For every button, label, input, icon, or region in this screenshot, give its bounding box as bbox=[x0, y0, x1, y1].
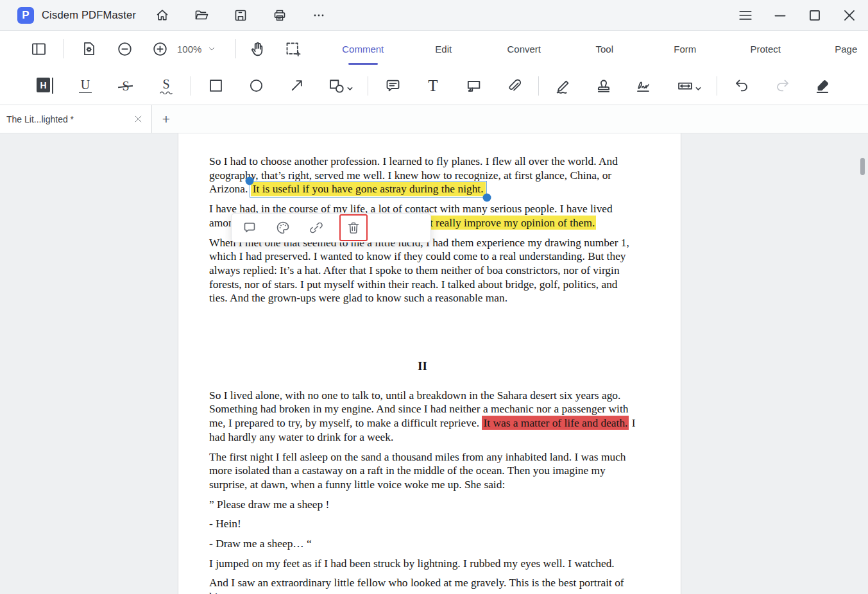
separator bbox=[191, 76, 191, 96]
selected-highlight-annotation[interactable]: It is useful if you have gone astray dur… bbox=[251, 182, 486, 196]
app-logo: P bbox=[17, 7, 34, 24]
ellipsis-icon bbox=[311, 8, 327, 23]
folder-icon bbox=[194, 8, 209, 23]
more-actions-button[interactable] bbox=[308, 4, 330, 26]
selection-handle-bottom-right[interactable] bbox=[482, 194, 491, 202]
popup-link-button[interactable] bbox=[306, 217, 327, 238]
zoom-in-button[interactable] bbox=[150, 39, 169, 58]
tab-page[interactable]: Page bbox=[806, 31, 868, 67]
paperclip-icon bbox=[506, 77, 523, 94]
arrow-tool-button[interactable] bbox=[284, 73, 309, 99]
close-window-button[interactable] bbox=[838, 4, 860, 26]
squiggly-underline-tool-button[interactable]: S bbox=[153, 73, 179, 99]
tab-edit[interactable]: Edit bbox=[404, 31, 484, 67]
redo-icon bbox=[774, 77, 791, 94]
comment-note-tool-button[interactable] bbox=[380, 73, 405, 99]
zoom-level-dropdown[interactable]: 100% bbox=[177, 44, 216, 55]
undo-icon bbox=[733, 77, 751, 94]
app-title: Cisdem PDFMaster bbox=[42, 9, 136, 21]
shapes-icon bbox=[328, 77, 346, 95]
main-toolbar: 100% Comment Edit Convert Tool Form Prot… bbox=[0, 31, 868, 67]
signature-tool-button[interactable] bbox=[631, 73, 657, 99]
page-settings-button[interactable] bbox=[80, 39, 99, 58]
shapes-tool-button[interactable] bbox=[324, 73, 356, 99]
marquee-select-button[interactable] bbox=[283, 39, 302, 58]
app-menu-button[interactable] bbox=[735, 4, 756, 26]
callout-tool-button[interactable] bbox=[461, 73, 486, 99]
tab-convert[interactable]: Convert bbox=[484, 31, 565, 67]
separator bbox=[717, 76, 717, 96]
tab-tool[interactable]: Tool bbox=[565, 31, 645, 67]
quote-line: ” Please draw me a sheep ! bbox=[209, 498, 636, 512]
popup-comment-button[interactable] bbox=[239, 217, 260, 238]
tab-protect[interactable]: Protect bbox=[726, 31, 806, 67]
text-tool-button[interactable]: T bbox=[420, 73, 446, 99]
open-file-button[interactable] bbox=[191, 4, 212, 26]
tab-form[interactable]: Form bbox=[645, 31, 726, 67]
home-icon bbox=[155, 8, 170, 23]
document-tab[interactable]: The Lit...lighted * bbox=[0, 105, 152, 133]
print-button[interactable] bbox=[269, 4, 291, 26]
rectangle-tool-button[interactable] bbox=[203, 73, 228, 99]
stamp-tool-button[interactable] bbox=[591, 73, 617, 99]
close-tab-button[interactable] bbox=[131, 112, 145, 126]
comment-bubble-icon bbox=[242, 220, 257, 235]
pencil-tool-button[interactable] bbox=[550, 73, 576, 99]
highlight-tool-button[interactable]: H bbox=[32, 73, 58, 99]
app-logo-letter: P bbox=[22, 9, 29, 22]
annotation-toolbar: H U S S bbox=[0, 67, 868, 105]
popup-delete-button[interactable] bbox=[343, 217, 364, 238]
printer-icon bbox=[272, 8, 287, 23]
tab-comment[interactable]: Comment bbox=[323, 31, 404, 67]
ellipse-tool-button[interactable] bbox=[243, 73, 269, 99]
palette-icon bbox=[275, 220, 291, 235]
hand-tool-button[interactable] bbox=[248, 39, 267, 58]
paragraph-clipped: And I saw an extraordinary little fellow… bbox=[209, 576, 636, 594]
page-text: So I had to choose another profession. I… bbox=[178, 133, 681, 594]
plus-circle-icon bbox=[151, 40, 169, 58]
home-button[interactable] bbox=[151, 4, 173, 26]
attachment-tool-button[interactable] bbox=[501, 73, 527, 99]
separator bbox=[368, 76, 368, 96]
eraser-button[interactable] bbox=[810, 73, 835, 99]
separator bbox=[64, 39, 64, 58]
save-icon bbox=[233, 8, 248, 23]
popup-delete-highlight-frame bbox=[339, 214, 368, 241]
document-tab-title: The Lit...lighted * bbox=[6, 114, 131, 124]
caret-down-icon bbox=[347, 87, 353, 91]
redo-button[interactable] bbox=[769, 73, 795, 99]
document-viewport: So I had to choose another profession. I… bbox=[0, 133, 868, 594]
red-highlight-annotation[interactable]: It was a matter of life and death. bbox=[482, 416, 629, 430]
zoom-out-button[interactable] bbox=[115, 39, 134, 58]
minimize-button[interactable] bbox=[769, 4, 791, 26]
undo-button[interactable] bbox=[729, 73, 754, 99]
arrow-icon bbox=[288, 77, 305, 94]
sidebar-panel-icon bbox=[30, 40, 47, 58]
circle-icon bbox=[248, 77, 265, 94]
pdf-page: So I had to choose another profession. I… bbox=[178, 133, 681, 594]
close-icon bbox=[841, 7, 858, 24]
page-gear-icon bbox=[81, 40, 98, 57]
zoom-level-value: 100% bbox=[177, 44, 201, 55]
ribbon-tabs: Comment Edit Convert Tool Form Protect P… bbox=[323, 31, 868, 67]
minus-circle-icon bbox=[116, 40, 133, 58]
popup-color-button[interactable] bbox=[273, 217, 293, 238]
pencil-icon bbox=[554, 77, 572, 95]
measure-tool-button[interactable] bbox=[672, 73, 705, 99]
paragraph: When I met one that seemed to me a littl… bbox=[209, 236, 636, 306]
vertical-scrollbar-thumb[interactable] bbox=[860, 158, 865, 175]
new-tab-button[interactable]: + bbox=[157, 105, 176, 133]
document-tab-strip: The Lit...lighted * + bbox=[0, 105, 868, 133]
maximize-button[interactable] bbox=[804, 4, 826, 26]
text-icon: T bbox=[428, 78, 438, 94]
save-button[interactable] bbox=[230, 4, 251, 26]
separator bbox=[235, 39, 236, 58]
sidebar-toggle-button[interactable] bbox=[29, 39, 48, 58]
title-bar: P Cisdem PDFMaster bbox=[0, 0, 868, 31]
strikethrough-tool-button[interactable]: S bbox=[113, 73, 139, 99]
callout-icon bbox=[464, 77, 482, 95]
measure-icon bbox=[676, 77, 694, 95]
selection-handle-top-left[interactable] bbox=[245, 177, 253, 185]
underline-tool-button[interactable]: U bbox=[72, 73, 98, 99]
rectangle-icon bbox=[207, 77, 225, 94]
